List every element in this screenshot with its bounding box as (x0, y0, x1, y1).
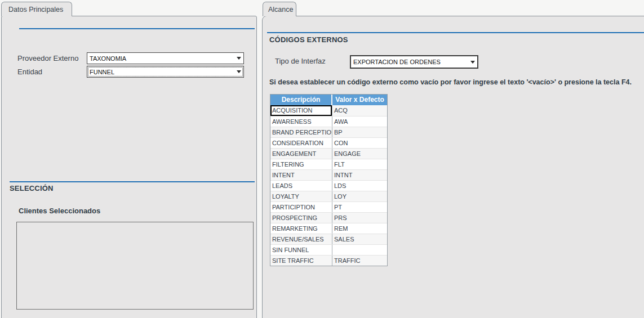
table-cell[interactable]: PARTICIPTION (270, 202, 332, 212)
table-row: PARTICIPTIONPT (270, 201, 387, 212)
table-row: FILTERINGFLT (270, 159, 387, 169)
table-row: ACQUISITIONACQ (270, 105, 387, 116)
table-cell[interactable]: FILTERING (270, 159, 332, 169)
table-header-row: DescripciónValor x Defecto (270, 95, 387, 105)
column-header[interactable]: Descripción (270, 95, 332, 105)
tipo-de-interfaz-label: Tipo de Interfaz (275, 57, 326, 65)
table-cell[interactable]: LDS (332, 181, 387, 191)
tab-label: Datos Principales (8, 6, 63, 14)
table-row: CONSIDERATIONCON (270, 137, 387, 148)
table-cell[interactable]: REVENUE/SALES (270, 234, 332, 244)
column-header[interactable]: Valor x Defecto (332, 95, 387, 105)
table-row: SIN FUNNEL (270, 244, 387, 255)
table-cell[interactable]: PROSPECTING (270, 213, 332, 223)
divider-line (10, 181, 255, 182)
table-row: REVENUE/SALESSALES (270, 234, 387, 244)
table-cell[interactable]: CONSIDERATION (270, 138, 332, 148)
tipo-de-interfaz-select[interactable]: EXPORTACION DE ORDENES (350, 55, 478, 69)
divider-line (19, 28, 255, 29)
datos-principales-panel: Proveedor Externo TAXONOMIA Entidad FUNN… (1, 16, 257, 318)
table-cell[interactable]: ENGAGE (332, 149, 387, 159)
table-cell[interactable]: ACQUISITION (270, 105, 332, 116)
table-row: AWARENESSAWA (270, 116, 387, 127)
codigos-externos-heading: CÓDIGOS EXTERNOS (269, 35, 348, 44)
entidad-select[interactable]: FUNNEL (87, 66, 244, 78)
table-cell[interactable]: AWARENESS (270, 117, 332, 127)
table-cell[interactable]: LOYALTY (270, 191, 332, 201)
application-window: Datos Principales Proveedor Externo TAXO… (0, 0, 644, 318)
table-cell[interactable]: SITE TRAFFIC (270, 256, 332, 266)
proveedor-externo-select[interactable]: TAXONOMIA (87, 52, 244, 64)
table-cell[interactable]: AWA (332, 117, 387, 127)
table-row: LOYALTYLOY (270, 191, 387, 201)
chevron-down-icon[interactable] (234, 70, 243, 73)
entidad-value: FUNNEL (87, 69, 234, 75)
table-row: BRAND PERCEPTIONBP (270, 127, 387, 137)
entidad-label: Entidad (17, 68, 42, 76)
codes-table-body: ACQUISITIONACQAWARENESSAWABRAND PERCEPTI… (270, 105, 387, 266)
table-row: PROSPECTINGPRS (270, 212, 387, 223)
table-row: LEADSLDS (270, 180, 387, 191)
proveedor-externo-value: TAXONOMIA (87, 55, 234, 62)
proveedor-externo-label: Proveedor Externo (17, 54, 78, 62)
table-cell[interactable]: TRAFFIC (332, 256, 387, 266)
table-row: INTENTINTNT (270, 169, 387, 180)
seleccion-heading: SELECCIÓN (10, 184, 54, 192)
table-cell[interactable]: BP (332, 127, 387, 137)
table-cell[interactable]: INTENT (270, 170, 332, 180)
alcance-panel: CÓDIGOS EXTERNOS Tipo de Interfaz EXPORT… (262, 16, 644, 318)
table-row: SITE TRAFFICTRAFFIC (270, 255, 387, 266)
table-cell[interactable]: PT (332, 202, 387, 212)
table-cell[interactable]: FLT (332, 159, 387, 169)
chevron-down-icon[interactable] (234, 57, 243, 60)
table-cell[interactable]: SIN FUNNEL (270, 245, 332, 255)
table-cell[interactable]: INTNT (332, 170, 387, 180)
table-cell[interactable]: LOY (332, 191, 387, 201)
table-cell[interactable]: ENGAGEMENT (270, 149, 332, 159)
divider-line (267, 32, 644, 33)
table-cell[interactable]: REMARKETING (270, 223, 332, 234)
table-cell[interactable]: BRAND PERCEPTION (270, 127, 332, 137)
tab-label: Alcance (268, 6, 293, 14)
tab-alcance[interactable]: Alcance (263, 2, 296, 16)
codigos-externos-table: DescripciónValor x Defecto ACQUISITIONAC… (270, 94, 388, 266)
tipo-de-interfaz-value: EXPORTACION DE ORDENES (351, 59, 468, 65)
vacio-instruction-text: Si desea establecer un código externo co… (269, 78, 632, 86)
table-cell[interactable]: SALES (332, 234, 387, 244)
table-cell[interactable]: ACQ (332, 105, 387, 116)
table-cell[interactable]: LEADS (270, 181, 332, 191)
tab-datos-principales[interactable]: Datos Principales (1, 2, 72, 16)
table-row: REMARKETINGREM (270, 223, 387, 234)
table-cell[interactable]: REM (332, 223, 387, 234)
clientes-seleccionados-label: Clientes Seleccionados (19, 207, 100, 215)
table-cell[interactable]: PRS (332, 213, 387, 223)
clientes-seleccionados-listbox[interactable] (16, 222, 254, 310)
chevron-down-icon[interactable] (468, 61, 477, 64)
table-cell[interactable]: CON (332, 138, 387, 148)
table-cell[interactable] (332, 245, 387, 255)
table-row: ENGAGEMENTENGAGE (270, 148, 387, 159)
